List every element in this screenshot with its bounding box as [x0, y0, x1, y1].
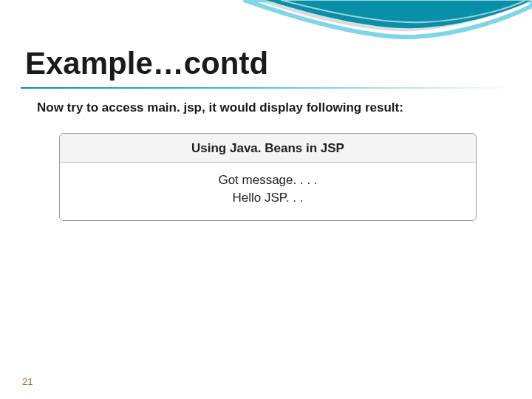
- result-body: Got message. . . . Hello JSP. . .: [60, 163, 476, 220]
- slide-title: Example…contd: [25, 46, 268, 81]
- result-line-1: Got message. . . .: [60, 171, 476, 189]
- page-number: 21: [22, 376, 33, 387]
- slide-subtext: Now try to access main. jsp, it would di…: [37, 100, 403, 115]
- result-line-2: Hello JSP. . .: [60, 189, 476, 207]
- result-header: Using Java. Beans in JSP: [60, 134, 476, 163]
- result-box: Using Java. Beans in JSP Got message. . …: [59, 133, 477, 221]
- title-underline: [21, 87, 511, 89]
